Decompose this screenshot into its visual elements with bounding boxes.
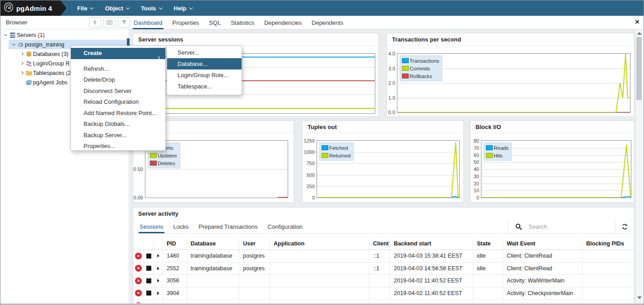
chevron-down-icon <box>159 5 162 9</box>
cell-application <box>270 275 369 287</box>
tuples-out-title: Tuples out <box>303 121 463 133</box>
top-menu-bar: FileObjectToolsHelp pgAdmin 4 <box>0 0 644 16</box>
close-icon[interactable]: × <box>635 18 639 27</box>
table-header-row: PIDDatabaseUserApplicationClientBackend … <box>133 237 634 250</box>
refresh-button[interactable] <box>615 220 634 233</box>
context-menu-item-reload-configuration[interactable]: Reload Configuration <box>71 97 165 108</box>
activity-tab-prepared-transactions[interactable]: Prepared Transactions <box>198 220 259 233</box>
filter-button[interactable] <box>118 17 130 28</box>
grid-view-button[interactable] <box>103 17 116 28</box>
chevron-down-icon[interactable] <box>2 35 9 36</box>
column-header-state[interactable]: State <box>473 237 503 250</box>
context-menu-item-create[interactable]: Create <box>71 48 165 59</box>
grid-icon <box>107 20 112 25</box>
scrollbar-thumb[interactable] <box>636 37 642 100</box>
terminate-session-icon[interactable]: × <box>133 275 144 287</box>
tab-dependencies[interactable]: Dependencies <box>263 16 303 29</box>
y-axis-tick: 2.0 <box>388 80 395 86</box>
column-header-client[interactable]: Client <box>369 237 390 250</box>
cell-backend_start: 2019-04-02 11:40:52 EEST <box>390 275 473 287</box>
cell-state: idle <box>473 250 503 262</box>
menu-file[interactable]: File <box>77 5 93 12</box>
cell-state <box>473 287 503 300</box>
column-header-wait-event[interactable]: Wait Event <box>503 237 583 250</box>
session-row-3904: ×39042019-04-02 11:40:52 EESTActivity: C… <box>133 287 634 300</box>
submenu-item-login-group-role[interactable]: Login/Group Role... <box>167 69 242 81</box>
scroll-down-icon[interactable] <box>637 296 642 299</box>
context-menu-item-backup-server[interactable]: Backup Server... <box>71 130 165 141</box>
tab-sql[interactable]: SQL <box>208 16 222 29</box>
legend-swatch-icon <box>402 74 409 79</box>
submenu-item-server[interactable]: Server... <box>167 47 242 58</box>
cell-wait_event: Client: ClientRead <box>503 250 583 262</box>
session-search[interactable]: Search <box>508 220 615 233</box>
legend-entry-reads: Reads <box>486 144 509 152</box>
context-menu-item-add-named-restore-point[interactable]: Add Named Restore Point... <box>71 108 165 119</box>
quick-connect-button[interactable] <box>89 17 101 28</box>
session-row-3056: ×30562019-04-02 11:40:52 EESTActivity: W… <box>133 275 634 287</box>
legend-entry-commits: Commits <box>402 65 439 72</box>
context-menu-item-backup-globals[interactable]: Backup Globals... <box>71 119 165 130</box>
cell-client <box>369 275 390 287</box>
server-activity-tab-bar: SessionsLocksPrepared TransactionsConfig… <box>133 220 634 234</box>
expand-row-icon[interactable] <box>154 250 163 262</box>
cancel-query-icon[interactable] <box>144 250 154 262</box>
activity-tab-configuration[interactable]: Configuration <box>267 220 303 233</box>
tab-properties[interactable]: Properties <box>172 16 200 29</box>
activity-tab-locks[interactable]: Locks <box>173 220 190 233</box>
column-header-blocking-pids[interactable]: Blocking PIDs <box>583 237 635 250</box>
cancel-query-icon[interactable] <box>144 263 154 275</box>
terminate-session-icon[interactable]: × <box>133 250 144 262</box>
tree-item-label: pgAgent Jobs <box>33 79 67 86</box>
context-menu-item-delete-drop[interactable]: Delete/Drop <box>71 74 165 86</box>
expand-row-icon[interactable] <box>154 263 163 275</box>
tab-dashboard[interactable]: Dashboard <box>133 16 163 29</box>
column-header-user[interactable]: User <box>239 237 270 250</box>
databases-icon <box>25 51 33 57</box>
header-icon-cell <box>133 237 144 250</box>
vertical-scrollbar[interactable] <box>635 29 643 304</box>
pgadmin-window: FileObjectToolsHelp pgAdmin 4 Browser <box>0 0 644 305</box>
column-header-pid[interactable]: PID <box>163 237 187 250</box>
scroll-up-icon[interactable] <box>637 32 642 35</box>
chevron-down-icon <box>189 5 193 9</box>
cell-pid: 2552 <box>163 263 187 275</box>
tree-item-servers-1-[interactable]: Servers (1) <box>0 30 129 40</box>
transactions-chart: 0.01.02.03.04.0TransactionsCommitsRollba… <box>387 46 634 116</box>
tab-statistics[interactable]: Statistics <box>230 16 255 29</box>
block-io-panel: Block I/O 01020304050607080ReadsHits <box>470 120 635 203</box>
context-menu-item-disconnect-server[interactable]: Disconnect Server <box>71 86 165 97</box>
expand-row-icon[interactable] <box>154 275 163 287</box>
cancel-query-icon[interactable] <box>144 275 154 287</box>
menu-tools[interactable]: Tools <box>141 5 162 12</box>
y-axis-tick: 40 <box>474 166 479 172</box>
submenu-item-database[interactable]: Database... <box>167 58 242 69</box>
legend-entry-fetched: Fetched <box>322 144 350 152</box>
session-row-2552: ×2552trainingdatabasepostgres::12019-04-… <box>133 263 634 275</box>
context-menu-item-properties[interactable]: Properties... <box>71 141 165 152</box>
legend-swatch-icon <box>402 58 409 63</box>
column-header-backend-start[interactable]: Backend start <box>390 237 473 250</box>
chevron-right-icon[interactable] <box>19 53 25 55</box>
legend-swatch-icon <box>150 161 157 166</box>
y-axis-tick: 0.50 <box>134 166 143 172</box>
browser-panel-title: Browser <box>6 19 28 26</box>
cancel-query-icon[interactable] <box>144 287 154 300</box>
expand-row-icon[interactable] <box>154 287 163 300</box>
tab-dependents[interactable]: Dependents <box>311 16 344 29</box>
cell-pid: 3056 <box>163 275 187 287</box>
chevron-right-icon[interactable] <box>19 72 25 74</box>
activity-tab-sessions[interactable]: Sessions <box>139 220 164 233</box>
cell-blocking_pids <box>583 287 635 300</box>
legend-entry-returned: Returned <box>322 152 350 159</box>
terminate-session-icon[interactable]: × <box>133 287 144 300</box>
chevron-down-icon[interactable] <box>10 44 17 45</box>
menu-object[interactable]: Object <box>105 5 129 12</box>
chevron-right-icon[interactable] <box>19 62 25 65</box>
column-header-database[interactable]: Database <box>187 237 239 250</box>
menu-help[interactable]: Help <box>174 5 192 12</box>
terminate-session-icon[interactable]: × <box>133 263 144 275</box>
context-menu-item-refresh[interactable]: Refresh... <box>71 64 165 75</box>
submenu-item-tablespace[interactable]: Tablespace... <box>167 81 242 92</box>
column-header-application[interactable]: Application <box>270 237 369 250</box>
